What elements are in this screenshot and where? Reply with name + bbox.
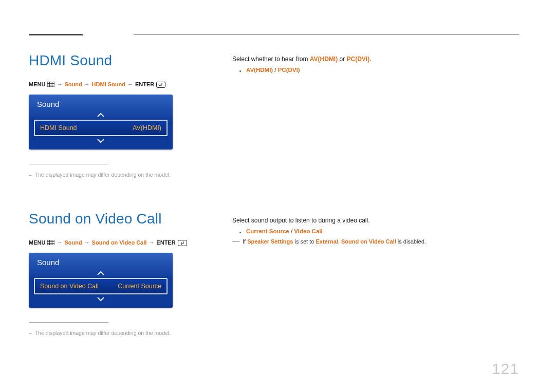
option: PC(DVI)	[347, 55, 370, 63]
note: –The displayed image may differ dependin…	[29, 172, 202, 178]
svg-rect-6	[47, 240, 54, 245]
breadcrumb-item: HDMI Sound	[92, 81, 125, 87]
arrow-icon: →	[127, 81, 133, 87]
osd-item-value: AV(HDMI)	[133, 124, 161, 132]
arrow-icon: →	[57, 239, 62, 246]
text: is disabled.	[396, 238, 426, 245]
term: External	[316, 238, 338, 245]
breadcrumb: MENU → Sound → Sound on Video Call → ENT…	[29, 239, 202, 246]
menu-icon	[47, 82, 54, 87]
osd-item-label: HDMI Sound	[40, 124, 77, 132]
osd-item: Sound on Video Call Current Source	[34, 278, 168, 294]
text: is set to	[293, 238, 316, 245]
breadcrumb-item: Sound	[64, 239, 82, 246]
enter-icon	[156, 82, 164, 87]
breadcrumb: MENU → Sound → HDMI Sound → ENTER	[29, 81, 202, 87]
chevron-down-icon	[29, 136, 173, 145]
osd-item-label: Sound on Video Call	[40, 283, 99, 290]
option: Video Call	[294, 228, 322, 234]
osd-title: Sound	[29, 253, 173, 269]
right-section-1: Select whether to hear from AV(HDMI) or …	[232, 54, 519, 73]
page: HDMI Sound MENU → Sound → HDMI Sound → E…	[0, 0, 555, 392]
option: AV(HDMI)	[246, 67, 273, 73]
right-section-2: Select sound output to listen to during …	[232, 216, 519, 245]
breadcrumb-menu: MENU	[29, 239, 45, 246]
footnote: ― If Speaker Settings is set to External…	[232, 237, 519, 245]
content: HDMI Sound MENU → Sound → HDMI Sound → E…	[29, 32, 519, 369]
left-column: HDMI Sound MENU → Sound → HDMI Sound → E…	[29, 52, 202, 369]
svg-rect-0	[47, 82, 54, 87]
text: .	[369, 55, 371, 63]
note-text: The displayed image may differ depending…	[35, 330, 171, 336]
dash-icon: ―	[232, 237, 239, 245]
osd-item-value: Current Source	[118, 283, 161, 290]
osd-panel: Sound HDMI Sound AV(HDMI)	[29, 95, 173, 150]
arrow-icon: →	[84, 81, 90, 87]
bullet-text: Current Source / Video Call	[246, 228, 323, 234]
bullet-row: Current Source / Video Call	[232, 228, 519, 234]
arrow-icon: →	[149, 239, 154, 246]
section-sound-on-video-call: Sound on Video Call MENU → Sound → Sound…	[29, 211, 202, 336]
option: AV(HDMI)	[310, 55, 338, 63]
breadcrumb-enter: ENTER	[156, 239, 175, 246]
right-column: Select whether to hear from AV(HDMI) or …	[232, 52, 519, 369]
enter-icon	[178, 240, 186, 246]
intro-text: Select whether to hear from AV(HDMI) or …	[232, 54, 519, 64]
arrow-icon: →	[57, 81, 62, 87]
chevron-down-icon	[29, 294, 173, 304]
intro-text: Select sound output to listen to during …	[232, 216, 519, 225]
section-title: Sound on Video Call	[29, 211, 202, 227]
note-text: The displayed image may differ depending…	[35, 172, 171, 178]
breadcrumb-enter: ENTER	[135, 81, 154, 87]
note: –The displayed image may differ dependin…	[29, 330, 202, 336]
chevron-up-icon	[29, 110, 173, 120]
option: Current Source	[246, 228, 289, 234]
section-title: HDMI Sound	[29, 52, 202, 69]
breadcrumb-item: Sound	[64, 81, 82, 87]
osd-item: HDMI Sound AV(HDMI)	[34, 120, 168, 136]
bullet-row: AV(HDMI) / PC(DVI)	[232, 67, 519, 73]
chevron-up-icon	[29, 269, 173, 278]
separator: /	[289, 228, 294, 234]
option: PC(DVI)	[278, 67, 300, 73]
term: Sound on Video Call	[341, 238, 396, 245]
text: Select whether to hear from	[232, 55, 310, 63]
note-rule	[29, 322, 108, 323]
section-hdmi-sound: HDMI Sound MENU → Sound → HDMI Sound → E…	[29, 52, 202, 178]
breadcrumb-menu: MENU	[29, 81, 45, 87]
breadcrumb-item: Sound on Video Call	[92, 239, 147, 246]
note-rule	[29, 164, 108, 164]
bullet-icon	[239, 70, 241, 72]
osd-panel: Sound Sound on Video Call Current Source	[29, 253, 173, 308]
svg-rect-5	[157, 82, 165, 87]
menu-icon	[47, 240, 54, 245]
term: Speaker Settings	[247, 238, 293, 245]
svg-rect-11	[178, 240, 187, 246]
bullet-icon	[239, 232, 241, 233]
text: or	[338, 55, 346, 63]
bullet-text: AV(HDMI) / PC(DVI)	[246, 67, 300, 73]
footnote-text: If Speaker Settings is set to External, …	[243, 238, 426, 245]
osd-title: Sound	[29, 95, 173, 110]
separator: /	[273, 67, 278, 73]
arrow-icon: →	[84, 239, 90, 246]
text: If	[243, 238, 247, 245]
page-number: 121	[492, 360, 519, 378]
